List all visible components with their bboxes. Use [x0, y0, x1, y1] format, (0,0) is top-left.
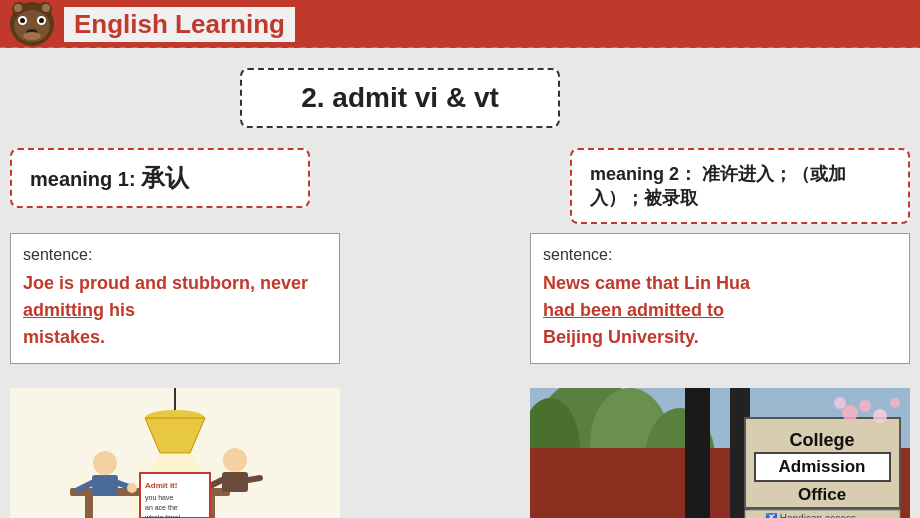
meaning1-label: meaning 1:	[30, 168, 136, 190]
sentence2-part1: News came that Lin Hua	[543, 273, 750, 293]
svg-point-41	[890, 398, 900, 408]
svg-rect-14	[222, 472, 248, 492]
main-title-box: 2. admit vi & vt	[240, 68, 560, 128]
svg-text:College: College	[789, 430, 854, 450]
svg-rect-29	[685, 388, 710, 518]
photo-right: College Admission Office ♿ Handicap acce…	[530, 388, 910, 518]
sentence1-part1: Joe is proud and stubborn, never	[23, 273, 308, 293]
meaning1-chinese: 承认	[141, 164, 189, 191]
meaning2-label: meaning 2：	[590, 164, 697, 184]
svg-point-38	[842, 405, 858, 421]
svg-text:Admit it!: Admit it!	[145, 481, 177, 490]
sentence2-text: News came that Lin Hua had been admitted…	[543, 270, 897, 351]
sentence1-label: sentence:	[23, 246, 327, 264]
sentence2-label: sentence:	[543, 246, 897, 264]
cartoon-svg: Admit it! you have an ace the whole time…	[10, 388, 340, 518]
sentence1-underline: admitting	[23, 300, 104, 320]
sentence1-text: Joe is proud and stubborn, never admitti…	[23, 270, 327, 351]
sentence2-underline: had been admitted to	[543, 300, 724, 320]
photo-svg: College Admission Office ♿ Handicap acce…	[530, 388, 910, 518]
bear-logo	[10, 2, 54, 46]
sentence-box-right: sentence: News came that Lin Hua had bee…	[530, 233, 910, 364]
main-content: 2. admit vi & vt meaning 1: 承认 meaning 2…	[0, 48, 920, 518]
app-title: English Learning	[64, 7, 295, 42]
svg-point-12	[127, 483, 137, 493]
svg-point-40	[873, 409, 887, 423]
svg-text:Office: Office	[798, 485, 846, 504]
svg-text:♿ Handicap access: ♿ Handicap access	[765, 512, 856, 518]
sentence-box-left: sentence: Joe is proud and stubborn, nev…	[10, 233, 340, 364]
sentence2-part2: Beijing University.	[543, 327, 699, 347]
svg-point-13	[223, 448, 247, 472]
meaning2-box: meaning 2： 准许进入；（或加入）；被录取	[570, 148, 910, 224]
header: English Learning	[0, 0, 920, 48]
main-title-text: 2. admit vi & vt	[301, 82, 499, 113]
illustration-left: Admit it! you have an ace the whole time…	[10, 388, 340, 518]
svg-rect-6	[85, 496, 93, 518]
svg-text:you have: you have	[145, 494, 174, 502]
svg-point-39	[859, 400, 871, 412]
svg-point-42	[834, 397, 846, 409]
svg-text:whole time!: whole time!	[144, 514, 180, 518]
meaning1-box: meaning 1: 承认	[10, 148, 310, 208]
svg-text:Admission: Admission	[779, 457, 866, 476]
svg-rect-9	[92, 475, 118, 495]
svg-point-8	[93, 451, 117, 475]
svg-text:an ace the: an ace the	[145, 504, 178, 511]
svg-line-16	[248, 478, 260, 480]
